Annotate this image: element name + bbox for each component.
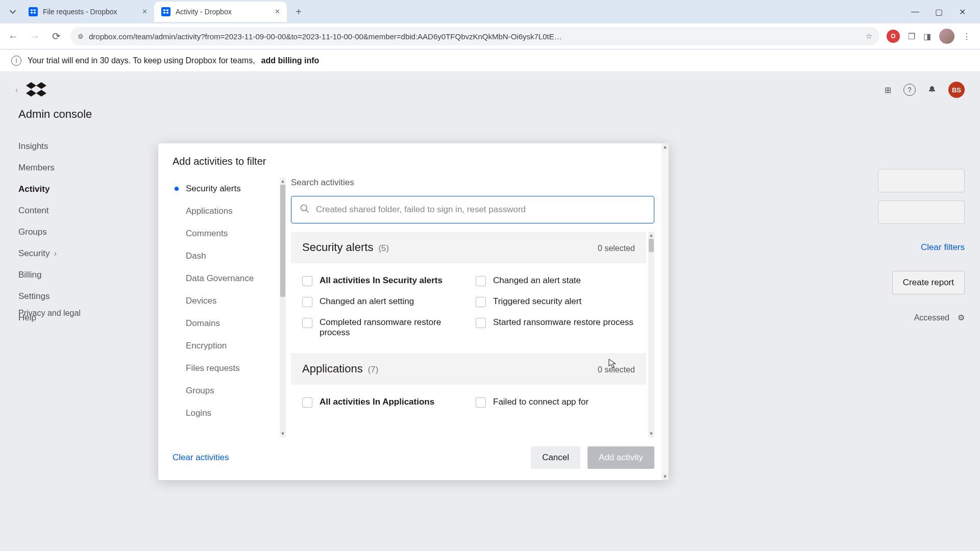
modal-scrollbar[interactable]: ▲ ▼: [662, 143, 669, 480]
search-activities-input[interactable]: [291, 196, 654, 223]
sidebar-item-content[interactable]: Content: [18, 206, 114, 216]
forward-button[interactable]: →: [28, 29, 42, 43]
category-logins[interactable]: Logins: [173, 402, 277, 424]
category-list[interactable]: Security alerts Applications Comments Da…: [173, 178, 279, 437]
category-comments[interactable]: Comments: [173, 222, 277, 245]
category-groups[interactable]: Groups: [173, 380, 277, 402]
reload-button[interactable]: ⟳: [49, 29, 63, 43]
extensions-puzzle-icon[interactable]: ❐: [908, 32, 915, 41]
gear-icon[interactable]: ⚙: [958, 313, 965, 322]
clear-filters-link[interactable]: Clear filters: [921, 242, 965, 253]
checks-applications: All activities In Applications Failed to…: [291, 385, 646, 408]
filter-field-2[interactable]: [878, 201, 965, 224]
address-bar: ← → ⟳ ⚙ dropbox.com/team/admin/activity?…: [0, 23, 980, 49]
minimize-icon[interactable]: —: [910, 7, 921, 17]
scroll-up-icon[interactable]: ▲: [280, 178, 286, 185]
kebab-menu-icon[interactable]: ⋮: [963, 32, 971, 41]
check-changed-alert-setting[interactable]: Changed an alert setting: [302, 296, 461, 307]
site-info-icon[interactable]: ⚙: [78, 33, 84, 40]
info-icon: i: [11, 56, 21, 66]
scroll-down-icon[interactable]: ▼: [662, 473, 669, 480]
close-window-icon[interactable]: ✕: [957, 7, 968, 17]
category-files-requests[interactable]: Files requests: [173, 357, 277, 380]
sidebar-item-insights[interactable]: Insights: [18, 141, 114, 152]
category-scrollbar[interactable]: ▲ ▼: [280, 178, 286, 437]
maximize-icon[interactable]: ▢: [933, 7, 944, 17]
tab-bar: File requests - Dropbox × Activity - Dro…: [0, 0, 980, 23]
window-controls: — ▢ ✕: [910, 7, 976, 17]
category-security-alerts[interactable]: Security alerts: [173, 178, 277, 200]
sidebar-item-groups[interactable]: Groups: [18, 227, 114, 237]
url-input[interactable]: ⚙ dropbox.com/team/admin/activity?from=2…: [70, 27, 879, 45]
sidebar-item-security[interactable]: Security›: [18, 248, 114, 259]
results-list[interactable]: Security alerts (5) 0 selected All activ…: [291, 232, 648, 437]
check-failed-connect-app[interactable]: Failed to connect app for: [476, 397, 635, 408]
tabs-dropdown[interactable]: [4, 3, 21, 20]
admin-sidebar: Admin console Insights Members Activity …: [0, 108, 133, 323]
add-activity-button[interactable]: Add activity: [587, 446, 654, 469]
tab-file-requests[interactable]: File requests - Dropbox ×: [21, 2, 154, 22]
toolbar-right: O ❐ ◨ ⋮: [887, 29, 974, 44]
modal-body: Security alerts Applications Comments Da…: [158, 178, 669, 437]
check-changed-alert-state[interactable]: Changed an alert state: [476, 276, 635, 286]
bookmark-star-icon[interactable]: ☆: [866, 32, 872, 41]
modal-footer: Clear activities Cancel Add activity: [158, 437, 669, 480]
section-applications: Applications (7) 0 selected: [291, 353, 646, 385]
category-domains[interactable]: Domains: [173, 312, 277, 335]
browser-chrome: File requests - Dropbox × Activity - Dro…: [0, 0, 980, 49]
extension-icon[interactable]: O: [887, 30, 900, 43]
add-billing-link[interactable]: add billing info: [261, 56, 320, 65]
search-field[interactable]: [316, 205, 646, 215]
results-panel: Security alerts (5) 0 selected All activ…: [291, 232, 654, 437]
sidebar-title: Admin console: [18, 108, 114, 121]
sidebar-item-activity[interactable]: Activity: [18, 184, 114, 194]
results-scrollbar[interactable]: ▲ ▼: [648, 232, 654, 437]
back-button[interactable]: ←: [6, 29, 20, 43]
category-dash[interactable]: Dash: [173, 245, 277, 267]
help-icon[interactable]: ?: [903, 84, 916, 96]
section-selected: 0 selected: [598, 244, 635, 253]
scrollbar-thumb[interactable]: [649, 239, 654, 252]
sidebar-item-settings[interactable]: Settings: [18, 291, 114, 302]
scroll-down-icon[interactable]: ▼: [648, 430, 654, 437]
cancel-button[interactable]: Cancel: [531, 446, 580, 469]
collapse-chevron-icon[interactable]: ‹: [15, 86, 18, 94]
category-applications[interactable]: Applications: [173, 200, 277, 222]
modal-title: Add activities to filter: [158, 143, 669, 178]
category-encryption[interactable]: Encryption: [173, 335, 277, 357]
close-icon[interactable]: ×: [275, 7, 280, 16]
check-triggered-security-alert[interactable]: Triggered security alert: [476, 296, 635, 307]
scrollbar-thumb[interactable]: [280, 185, 285, 297]
scroll-down-icon[interactable]: ▼: [280, 430, 286, 437]
scroll-up-icon[interactable]: ▲: [662, 143, 669, 151]
category-devices[interactable]: Devices: [173, 290, 277, 312]
apps-grid-icon[interactable]: ⊞: [885, 85, 891, 95]
sidebar-item-billing[interactable]: Billing: [18, 270, 114, 280]
category-data-governance[interactable]: Data Governance: [173, 267, 277, 290]
banner-text: Your trial will end in 30 days. To keep …: [28, 56, 255, 65]
tab-activity[interactable]: Activity - Dropbox ×: [154, 2, 287, 22]
scroll-up-icon[interactable]: ▲: [648, 232, 654, 239]
activities-filter-modal: ▲ ▼ Add activities to filter Security al…: [158, 143, 669, 480]
side-panel-icon[interactable]: ◨: [923, 32, 931, 41]
clear-activities-link[interactable]: Clear activities: [173, 453, 229, 463]
user-avatar[interactable]: BS: [948, 82, 965, 98]
check-completed-ransomware[interactable]: Completed ransomware restore process: [302, 317, 461, 338]
check-started-ransomware[interactable]: Started ransomware restore process: [476, 317, 635, 338]
new-tab-button[interactable]: +: [291, 4, 306, 19]
dropbox-logo[interactable]: [26, 81, 46, 99]
profile-avatar[interactable]: [939, 29, 954, 44]
create-report-button[interactable]: Create report: [892, 271, 965, 294]
category-panel: Security alerts Applications Comments Da…: [173, 178, 279, 437]
sidebar-item-help[interactable]: Help: [18, 313, 114, 323]
check-all-applications[interactable]: All activities In Applications: [302, 397, 461, 408]
bell-icon[interactable]: 🔔︎: [928, 85, 936, 94]
check-all-security[interactable]: All activities In Security alerts: [302, 276, 461, 286]
sidebar-footer-link[interactable]: Privacy and legal: [18, 309, 81, 318]
dropbox-favicon-icon: [161, 7, 170, 16]
tab-title: Activity - Dropbox: [176, 8, 270, 16]
filter-field-1[interactable]: [878, 169, 965, 192]
section-title: Applications: [302, 362, 363, 375]
sidebar-item-members[interactable]: Members: [18, 163, 114, 173]
close-icon[interactable]: ×: [142, 7, 147, 16]
